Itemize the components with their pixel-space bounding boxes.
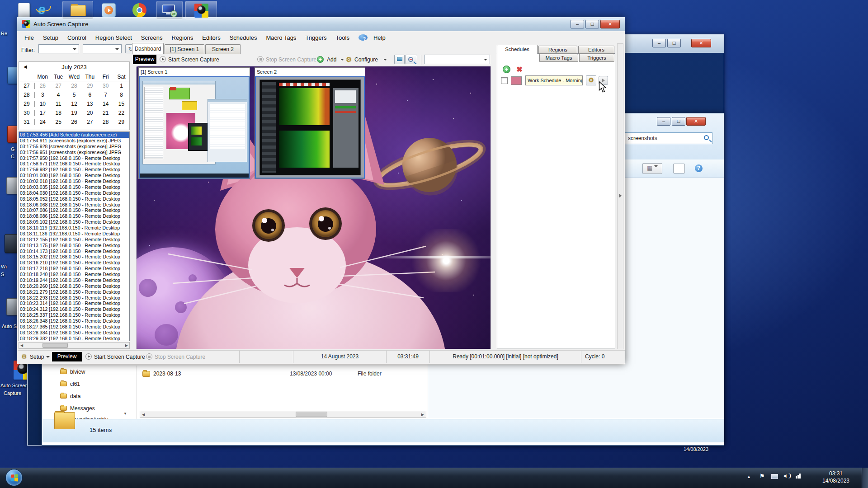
- log-row[interactable]: 03:18:06.068 [192.168.0.150 - Remote Des…: [19, 202, 129, 208]
- menu-triggers[interactable]: Triggers: [301, 33, 331, 43]
- maximize-button[interactable]: □: [667, 39, 681, 47]
- calendar-day[interactable]: 21: [98, 110, 113, 116]
- panel-tab-regions[interactable]: Regions: [538, 46, 577, 54]
- calendar-day[interactable]: 14: [98, 101, 113, 107]
- log-row[interactable]: 03:18:12.155 [192.168.0.150 - Remote Des…: [19, 237, 129, 243]
- calendar-day[interactable]: 13: [82, 101, 98, 107]
- minimize-button[interactable]: –: [571, 20, 584, 28]
- taskbar-clock[interactable]: 03:31 14/08/2023: [816, 470, 855, 484]
- calendar-day[interactable]: 30: [98, 83, 113, 89]
- menu-tools[interactable]: Tools: [331, 33, 354, 43]
- tab-dashboard[interactable]: Dashboard: [132, 43, 164, 54]
- log-row[interactable]: 03:18:01.000 [192.168.0.150 - Remote Des…: [19, 173, 129, 178]
- tab-screen-2[interactable]: Screen 2: [205, 44, 241, 54]
- log-row[interactable]: 03:18:26.348 [192.168.0.150 - Remote Des…: [19, 318, 129, 324]
- calendar-day[interactable]: 8: [113, 92, 129, 98]
- log-row[interactable]: 03:18:27.365 [192.168.0.150 - Remote Des…: [19, 324, 129, 330]
- panel-tab-triggers[interactable]: Triggers: [579, 54, 614, 62]
- calendar-day[interactable]: 20: [82, 110, 98, 116]
- apply-label-button[interactable]: [394, 55, 405, 64]
- log-row[interactable]: 03:17:54.911 [screenshots (explorer.exe)…: [19, 138, 129, 144]
- preview-button[interactable]: Preview: [133, 55, 156, 64]
- log-row[interactable]: 03:18:05.052 [192.168.0.150 - Remote Des…: [19, 196, 129, 202]
- log-row[interactable]: 03:17:53.456 [Add Schedule (autoscreen.e…: [19, 132, 129, 138]
- nav-folder-item[interactable]: cl61: [60, 381, 80, 387]
- search-input[interactable]: screenshots: [624, 132, 713, 144]
- scrollbar-thumb[interactable]: [42, 343, 68, 348]
- horizontal-scrollbar[interactable]: ◀ ▶: [140, 411, 426, 418]
- nav-folder-item[interactable]: Messages: [60, 405, 95, 412]
- menu-editors[interactable]: Editors: [198, 33, 225, 43]
- log-row[interactable]: 03:17:58.971 [192.168.0.150 - Remote Des…: [19, 161, 129, 167]
- taskbar-media-player[interactable]: [97, 1, 121, 19]
- start-button[interactable]: [5, 469, 23, 486]
- tab-screen-1[interactable]: [1] Screen 1: [165, 44, 204, 54]
- calendar-day[interactable]: 28: [66, 83, 82, 89]
- log-row[interactable]: 03:18:29.382 [192.168.0.150 - Remote Des…: [19, 336, 129, 341]
- log-row[interactable]: 03:18:16.210 [192.168.0.150 - Remote Des…: [19, 260, 129, 266]
- show-desktop-button[interactable]: [862, 468, 868, 488]
- zoom-reset-button[interactable]: [406, 55, 417, 64]
- log-row[interactable]: 03:18:21.279 [192.168.0.150 - Remote Des…: [19, 289, 129, 295]
- log-row[interactable]: 03:18:11.136 [192.168.0.150 - Remote Des…: [19, 231, 129, 237]
- menu-regions[interactable]: Regions: [167, 33, 198, 43]
- panel-tab-macro-tags[interactable]: Macro Tags: [539, 54, 578, 62]
- tray-network-icon[interactable]: [796, 474, 801, 480]
- calendar-day[interactable]: 18: [51, 110, 66, 116]
- tray-flag-icon[interactable]: ⚑: [760, 473, 765, 479]
- filter-value-combobox[interactable]: [83, 44, 122, 53]
- panel-tab-editors[interactable]: Editors: [578, 46, 614, 54]
- scrollbar-thumb[interactable]: [296, 412, 327, 417]
- log-row[interactable]: 03:18:20.260 [192.168.0.150 - Remote Des…: [19, 283, 129, 289]
- log-row[interactable]: 03:18:22.293 [192.168.0.150 - Remote Des…: [19, 295, 129, 301]
- maximize-button[interactable]: □: [585, 20, 599, 28]
- calendar-day[interactable]: 5: [66, 92, 82, 98]
- add-schedule-button[interactable]: +: [503, 66, 510, 73]
- nav-folder-item[interactable]: data: [60, 393, 80, 399]
- setup-button[interactable]: Setup: [30, 354, 44, 360]
- schedule-name-field[interactable]: Work Schedule - Morning: [525, 75, 583, 85]
- log-row[interactable]: 03:18:02.018 [192.168.0.150 - Remote Des…: [19, 178, 129, 184]
- close-button[interactable]: ✕: [600, 20, 620, 28]
- log-row[interactable]: 03:17:55.928 [screenshots (explorer.exe)…: [19, 144, 129, 150]
- scroll-right-icon[interactable]: ▶: [125, 343, 128, 347]
- menu-setup[interactable]: Setup: [38, 33, 63, 43]
- log-row[interactable]: 03:18:15.202 [192.168.0.150 - Remote Des…: [19, 254, 129, 260]
- menu-region-select[interactable]: Region Select: [91, 33, 137, 43]
- calendar-day[interactable]: 19: [66, 110, 82, 116]
- calendar-day[interactable]: 29: [82, 83, 98, 89]
- taskbar-internet-explorer[interactable]: e: [33, 1, 56, 19]
- calendar-day[interactable]: 4: [51, 92, 66, 98]
- calendar-day[interactable]: 26: [66, 119, 82, 125]
- start-capture-button[interactable]: Start Screen Capture: [168, 56, 219, 63]
- calendar-day[interactable]: 28: [98, 119, 113, 125]
- views-button[interactable]: ▦: [642, 163, 662, 174]
- log-row[interactable]: 03:18:07.086 [192.168.0.150 - Remote Des…: [19, 207, 129, 213]
- help-icon[interactable]: ?: [695, 164, 703, 172]
- add-dropdown-icon[interactable]: [340, 59, 344, 62]
- taskbar-remote-desktop[interactable]: ⇄: [156, 1, 183, 19]
- calendar-day[interactable]: 15: [113, 101, 129, 107]
- log-row[interactable]: 03:18:03.035 [192.168.0.150 - Remote Des…: [19, 184, 129, 190]
- calendar-day[interactable]: 29: [113, 119, 129, 125]
- taskbar-explorer[interactable]: [62, 1, 93, 19]
- calendar-day[interactable]: 27: [82, 119, 98, 125]
- desktop-icon-document[interactable]: [18, 3, 30, 18]
- start-capture-button[interactable]: Start Screen Capture: [94, 354, 145, 360]
- tray-volume-icon[interactable]: ◄❩: [782, 473, 792, 479]
- log-horizontal-scrollbar[interactable]: ◀ ▶: [19, 342, 130, 349]
- menu-control[interactable]: Control: [63, 33, 91, 43]
- screen-1-preview[interactable]: [1] Screen 1: [138, 67, 250, 179]
- calendar-day[interactable]: 10: [35, 101, 51, 107]
- add-button[interactable]: Add: [327, 56, 336, 63]
- calendar-day[interactable]: 1: [113, 83, 129, 89]
- calendar-day[interactable]: 6: [82, 92, 98, 98]
- calendar-day[interactable]: 7: [98, 92, 113, 98]
- schedule-color-swatch[interactable]: [511, 76, 522, 85]
- configure-dropdown-icon[interactable]: [383, 59, 387, 62]
- calendar-day[interactable]: 24: [35, 119, 51, 125]
- calendar-day[interactable]: 26: [35, 83, 51, 89]
- taskbar-chrome[interactable]: [127, 1, 152, 19]
- calendar-day[interactable]: 17: [35, 110, 51, 116]
- menu-help[interactable]: ?Help: [354, 33, 395, 43]
